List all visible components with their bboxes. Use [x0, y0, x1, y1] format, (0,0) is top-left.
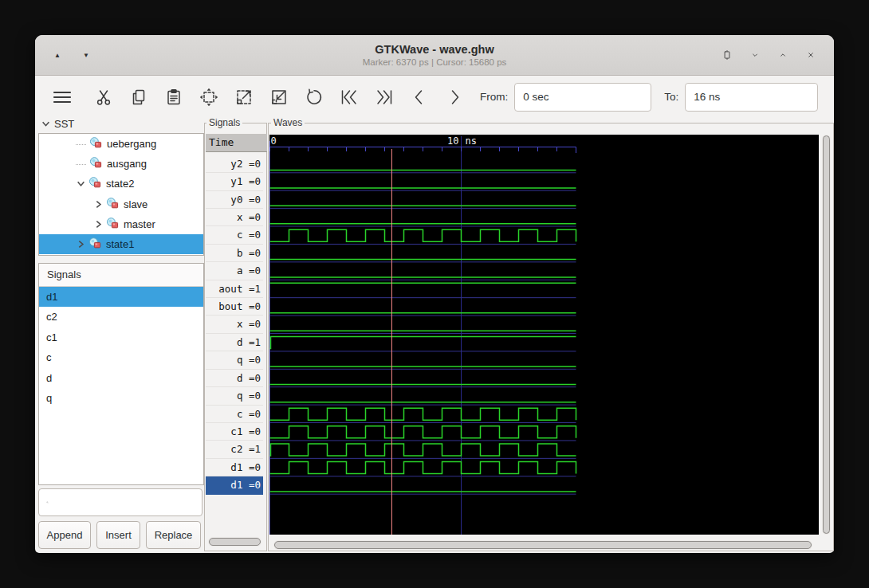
- sst-item-label: ausgang: [107, 158, 147, 170]
- toolbar: From: To:: [35, 76, 834, 118]
- signal-list-item-c[interactable]: c: [39, 347, 203, 367]
- cut-icon[interactable]: [89, 83, 118, 112]
- wave-name-row-q[interactable]: q =0: [206, 387, 263, 405]
- expand-arrow-icon[interactable]: [93, 199, 103, 209]
- wave-name-row-c1[interactable]: c1 =0: [206, 423, 263, 441]
- signal-list-item-d[interactable]: d: [39, 368, 203, 388]
- wave-name-row-d1[interactable]: d1 =0: [206, 476, 263, 494]
- sst-collapse-icon: [41, 120, 50, 128]
- signal-list: d1c2c1cdq: [39, 287, 203, 408]
- wave-name-row-b[interactable]: b =0: [206, 245, 263, 262]
- wave-name-row-x[interactable]: x =0: [206, 316, 263, 333]
- names-frame: Time y2 =0y1 =0y0 =0x =0c =0b =0a =0aout…: [204, 123, 267, 551]
- chevron-down-icon[interactable]: [745, 45, 765, 65]
- wave-name-row-d1[interactable]: d1 =0: [206, 459, 263, 476]
- waves-vscrollbar[interactable]: [822, 135, 831, 535]
- chevron-up-icon[interactable]: [773, 45, 793, 65]
- wave-trace-c: [270, 229, 576, 241]
- to-label: To:: [664, 91, 678, 103]
- paste-icon[interactable]: [159, 83, 188, 112]
- restore-icon[interactable]: [717, 45, 737, 65]
- time-column-header[interactable]: Time: [206, 134, 267, 152]
- sst-item-state2[interactable]: state2: [39, 174, 203, 194]
- copy-icon[interactable]: [124, 83, 153, 112]
- wave-name-row-d[interactable]: d =0: [206, 370, 263, 387]
- timeline-label-10: 10: [447, 135, 458, 147]
- desktop: { "titlebar": { "title": "GTKWave - wave…: [0, 0, 869, 588]
- wave-name-row-c[interactable]: c =0: [206, 406, 263, 423]
- module-icon: [88, 176, 102, 191]
- sst-item-label: uebergang: [107, 138, 156, 150]
- sst-item-state1[interactable]: state1: [39, 234, 203, 254]
- titlebar-down-button[interactable]: ▼: [77, 45, 96, 65]
- timeline-unit-label: ns: [466, 135, 477, 147]
- tree-guide-line: [76, 143, 86, 145]
- wave-trace-c1: [270, 426, 576, 438]
- search-input[interactable]: [49, 496, 202, 508]
- wave-name-row-x[interactable]: x =0: [206, 209, 263, 226]
- undo-icon[interactable]: [300, 83, 328, 112]
- wave-name-row-a[interactable]: a =0: [206, 262, 263, 280]
- wave-name-row-bout[interactable]: bout =0: [206, 298, 263, 316]
- expand-arrow-icon[interactable]: [93, 219, 103, 229]
- sst-label: SST: [54, 118, 74, 130]
- sst-item-slave[interactable]: slave: [39, 194, 203, 214]
- collapse-arrow-icon[interactable]: [76, 179, 85, 189]
- from-input[interactable]: [514, 83, 651, 112]
- step-forward-icon[interactable]: [440, 83, 469, 112]
- sst-item-label: state1: [106, 238, 134, 250]
- window-title: GTKWave - wave.ghw: [375, 43, 493, 57]
- expand-arrow-icon[interactable]: [76, 240, 85, 249]
- sst-item-master[interactable]: master: [39, 214, 203, 234]
- sst-item-label: slave: [124, 198, 147, 210]
- module-icon: [88, 237, 102, 252]
- tree-guide-line: [76, 163, 86, 165]
- zoom-out-icon[interactable]: [265, 83, 293, 112]
- append-button[interactable]: Append: [38, 521, 91, 549]
- signal-list-item-c2[interactable]: c2: [39, 307, 203, 327]
- waves-hscrollbar[interactable]: [273, 540, 812, 550]
- search-box: [38, 488, 203, 516]
- wave-canvas[interactable]: 010ns: [269, 135, 819, 535]
- wave-name-row-q[interactable]: q =0: [206, 351, 263, 369]
- replace-button[interactable]: Replace: [146, 521, 201, 549]
- step-back-icon[interactable]: [405, 83, 434, 112]
- wave-trace-c: [270, 408, 576, 420]
- timeline-label-0: 0: [271, 135, 277, 147]
- wave-trace-c2: [270, 444, 576, 456]
- wave-name-row-y2[interactable]: y2 =0: [206, 155, 263, 173]
- wave-name-row-c[interactable]: c =0: [206, 226, 263, 244]
- zoom-in-icon[interactable]: [230, 83, 258, 112]
- signal-list-item-d1[interactable]: d1: [39, 287, 203, 307]
- module-icon: [106, 217, 120, 232]
- reload-icon[interactable]: [829, 83, 834, 112]
- zoom-fit-icon[interactable]: [195, 83, 223, 112]
- wave-name-row-aout[interactable]: aout =1: [206, 280, 263, 298]
- to-input[interactable]: [685, 83, 818, 112]
- signal-list-item-q[interactable]: q: [39, 388, 203, 408]
- names-hscrollbar[interactable]: [208, 537, 261, 547]
- wave-name-row-y1[interactable]: y1 =0: [206, 173, 263, 190]
- sst-item-ausgang[interactable]: ausgang: [39, 154, 203, 174]
- menu-icon[interactable]: [48, 83, 77, 112]
- names-frame-label: Signals: [206, 117, 242, 128]
- sst-item-uebergang[interactable]: uebergang: [39, 134, 203, 154]
- signal-list-box: Signals d1c2c1cdq: [38, 263, 204, 485]
- module-icon: [89, 136, 103, 151]
- skip-to-start-icon[interactable]: [335, 83, 364, 112]
- signal-list-header: Signals: [39, 264, 203, 287]
- insert-button[interactable]: Insert: [96, 521, 140, 549]
- titlebar-up-button[interactable]: ▲: [48, 45, 67, 65]
- signal-list-item-c1[interactable]: c1: [39, 327, 203, 347]
- sst-tree: uebergangausgangstate2slavemasterstate1: [38, 133, 204, 256]
- wave-name-row-y0[interactable]: y0 =0: [206, 191, 263, 209]
- wave-name-row-c2[interactable]: c2 =1: [206, 441, 263, 458]
- module-icon: [106, 197, 120, 212]
- titlebar[interactable]: ▲ ▼ GTKWave - wave.ghw Marker: 6370 ps |…: [35, 35, 834, 76]
- sst-header[interactable]: SST: [41, 118, 74, 130]
- skip-to-end-icon[interactable]: [370, 83, 399, 112]
- close-icon[interactable]: [800, 45, 821, 65]
- from-label: From:: [480, 91, 508, 103]
- marker-cursor-status: Marker: 6370 ps | Cursor: 15680 ps: [363, 57, 507, 68]
- wave-name-row-d[interactable]: d =1: [206, 334, 263, 351]
